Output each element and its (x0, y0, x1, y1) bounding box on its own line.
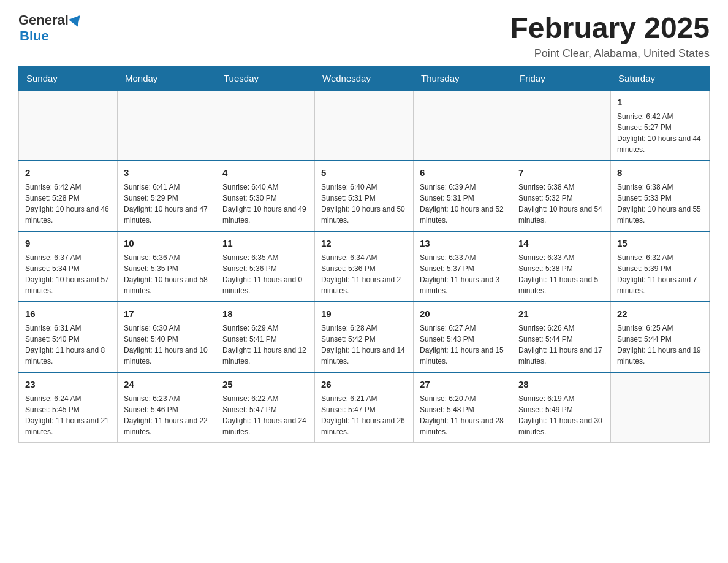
day-number: 25 (222, 378, 308, 391)
day-number: 26 (321, 378, 407, 391)
calendar-day-cell (118, 90, 216, 161)
day-number: 24 (124, 378, 210, 391)
title-block: February 2025 Point Clear, Alabama, Unit… (510, 12, 710, 60)
day-number: 7 (518, 166, 604, 179)
calendar-day-cell: 18Sunrise: 6:29 AMSunset: 5:41 PMDayligh… (216, 302, 315, 372)
calendar-week-row: 16Sunrise: 6:31 AMSunset: 5:40 PMDayligh… (19, 302, 710, 372)
calendar-subtitle: Point Clear, Alabama, United States (510, 47, 710, 60)
logo-blue-text: Blue (20, 28, 49, 44)
day-number: 16 (25, 307, 111, 320)
day-info: Sunrise: 6:38 AMSunset: 5:32 PMDaylight:… (518, 182, 604, 226)
calendar-header-row: SundayMondayTuesdayWednesdayThursdayFrid… (19, 66, 710, 90)
calendar-day-cell: 13Sunrise: 6:33 AMSunset: 5:37 PMDayligh… (414, 231, 512, 302)
day-number: 14 (518, 237, 604, 250)
day-info: Sunrise: 6:33 AMSunset: 5:38 PMDaylight:… (518, 252, 604, 296)
calendar-table: SundayMondayTuesdayWednesdayThursdayFrid… (18, 66, 710, 443)
day-info: Sunrise: 6:35 AMSunset: 5:36 PMDaylight:… (222, 252, 308, 296)
calendar-day-cell: 9Sunrise: 6:37 AMSunset: 5:34 PMDaylight… (19, 231, 118, 302)
day-number: 15 (617, 237, 703, 250)
day-of-week-header: Saturday (611, 66, 710, 90)
day-info: Sunrise: 6:38 AMSunset: 5:33 PMDaylight:… (617, 182, 703, 226)
day-number: 22 (617, 307, 703, 320)
day-number: 13 (420, 237, 506, 250)
calendar-day-cell: 3Sunrise: 6:41 AMSunset: 5:29 PMDaylight… (118, 161, 216, 231)
day-number: 11 (222, 237, 308, 250)
calendar-day-cell: 15Sunrise: 6:32 AMSunset: 5:39 PMDayligh… (611, 231, 710, 302)
day-number: 4 (222, 166, 308, 179)
calendar-day-cell: 16Sunrise: 6:31 AMSunset: 5:40 PMDayligh… (19, 302, 118, 372)
day-number: 18 (222, 307, 308, 320)
calendar-day-cell (216, 90, 315, 161)
day-info: Sunrise: 6:29 AMSunset: 5:41 PMDaylight:… (222, 323, 308, 367)
day-info: Sunrise: 6:31 AMSunset: 5:40 PMDaylight:… (25, 323, 111, 367)
day-number: 21 (518, 307, 604, 320)
day-number: 8 (617, 166, 703, 179)
calendar-day-cell: 26Sunrise: 6:21 AMSunset: 5:47 PMDayligh… (315, 372, 414, 443)
day-info: Sunrise: 6:20 AMSunset: 5:48 PMDaylight:… (420, 393, 506, 437)
day-number: 1 (617, 96, 703, 109)
day-info: Sunrise: 6:42 AMSunset: 5:27 PMDaylight:… (617, 111, 703, 155)
day-of-week-header: Tuesday (216, 66, 315, 90)
calendar-week-row: 2Sunrise: 6:42 AMSunset: 5:28 PMDaylight… (19, 161, 710, 231)
page-header: General Blue February 2025 Point Clear, … (18, 12, 710, 60)
logo-general-text: General (18, 12, 69, 28)
calendar-day-cell: 24Sunrise: 6:23 AMSunset: 5:46 PMDayligh… (118, 372, 216, 443)
day-number: 9 (25, 237, 111, 250)
calendar-day-cell: 25Sunrise: 6:22 AMSunset: 5:47 PMDayligh… (216, 372, 315, 443)
calendar-day-cell: 6Sunrise: 6:39 AMSunset: 5:31 PMDaylight… (414, 161, 512, 231)
calendar-day-cell: 20Sunrise: 6:27 AMSunset: 5:43 PMDayligh… (414, 302, 512, 372)
day-info: Sunrise: 6:39 AMSunset: 5:31 PMDaylight:… (420, 182, 506, 226)
calendar-title: February 2025 (510, 12, 710, 45)
day-of-week-header: Wednesday (315, 66, 414, 90)
calendar-day-cell: 17Sunrise: 6:30 AMSunset: 5:40 PMDayligh… (118, 302, 216, 372)
calendar-body: 1Sunrise: 6:42 AMSunset: 5:27 PMDaylight… (19, 90, 710, 443)
calendar-day-cell: 12Sunrise: 6:34 AMSunset: 5:36 PMDayligh… (315, 231, 414, 302)
calendar-day-cell: 8Sunrise: 6:38 AMSunset: 5:33 PMDaylight… (611, 161, 710, 231)
calendar-day-cell: 11Sunrise: 6:35 AMSunset: 5:36 PMDayligh… (216, 231, 315, 302)
day-info: Sunrise: 6:33 AMSunset: 5:37 PMDaylight:… (420, 252, 506, 296)
day-number: 28 (518, 378, 604, 391)
day-number: 23 (25, 378, 111, 391)
day-info: Sunrise: 6:32 AMSunset: 5:39 PMDaylight:… (617, 252, 703, 296)
calendar-day-cell (512, 90, 611, 161)
day-info: Sunrise: 6:19 AMSunset: 5:49 PMDaylight:… (518, 393, 604, 437)
day-info: Sunrise: 6:24 AMSunset: 5:45 PMDaylight:… (25, 393, 111, 437)
day-of-week-header: Thursday (414, 66, 512, 90)
calendar-week-row: 1Sunrise: 6:42 AMSunset: 5:27 PMDaylight… (19, 90, 710, 161)
day-info: Sunrise: 6:42 AMSunset: 5:28 PMDaylight:… (25, 182, 111, 226)
logo-triangle-icon (69, 15, 83, 29)
day-number: 2 (25, 166, 111, 179)
calendar-day-cell: 19Sunrise: 6:28 AMSunset: 5:42 PMDayligh… (315, 302, 414, 372)
day-info: Sunrise: 6:25 AMSunset: 5:44 PMDaylight:… (617, 323, 703, 367)
calendar-day-cell (611, 372, 710, 443)
day-info: Sunrise: 6:41 AMSunset: 5:29 PMDaylight:… (124, 182, 210, 226)
calendar-header: SundayMondayTuesdayWednesdayThursdayFrid… (19, 66, 710, 90)
day-number: 10 (124, 237, 210, 250)
day-number: 6 (420, 166, 506, 179)
logo: General Blue (18, 12, 82, 44)
day-number: 5 (321, 166, 407, 179)
day-of-week-header: Monday (118, 66, 216, 90)
calendar-day-cell: 28Sunrise: 6:19 AMSunset: 5:49 PMDayligh… (512, 372, 611, 443)
calendar-day-cell: 22Sunrise: 6:25 AMSunset: 5:44 PMDayligh… (611, 302, 710, 372)
day-info: Sunrise: 6:34 AMSunset: 5:36 PMDaylight:… (321, 252, 407, 296)
day-number: 20 (420, 307, 506, 320)
calendar-day-cell (414, 90, 512, 161)
calendar-day-cell: 4Sunrise: 6:40 AMSunset: 5:30 PMDaylight… (216, 161, 315, 231)
day-number: 19 (321, 307, 407, 320)
calendar-day-cell: 21Sunrise: 6:26 AMSunset: 5:44 PMDayligh… (512, 302, 611, 372)
day-info: Sunrise: 6:26 AMSunset: 5:44 PMDaylight:… (518, 323, 604, 367)
day-number: 12 (321, 237, 407, 250)
calendar-day-cell (19, 90, 118, 161)
day-info: Sunrise: 6:40 AMSunset: 5:30 PMDaylight:… (222, 182, 308, 226)
day-of-week-header: Friday (512, 66, 611, 90)
day-number: 3 (124, 166, 210, 179)
day-info: Sunrise: 6:40 AMSunset: 5:31 PMDaylight:… (321, 182, 407, 226)
day-info: Sunrise: 6:21 AMSunset: 5:47 PMDaylight:… (321, 393, 407, 437)
calendar-week-row: 9Sunrise: 6:37 AMSunset: 5:34 PMDaylight… (19, 231, 710, 302)
calendar-day-cell: 23Sunrise: 6:24 AMSunset: 5:45 PMDayligh… (19, 372, 118, 443)
calendar-day-cell: 7Sunrise: 6:38 AMSunset: 5:32 PMDaylight… (512, 161, 611, 231)
calendar-day-cell: 10Sunrise: 6:36 AMSunset: 5:35 PMDayligh… (118, 231, 216, 302)
day-info: Sunrise: 6:27 AMSunset: 5:43 PMDaylight:… (420, 323, 506, 367)
day-info: Sunrise: 6:23 AMSunset: 5:46 PMDaylight:… (124, 393, 210, 437)
